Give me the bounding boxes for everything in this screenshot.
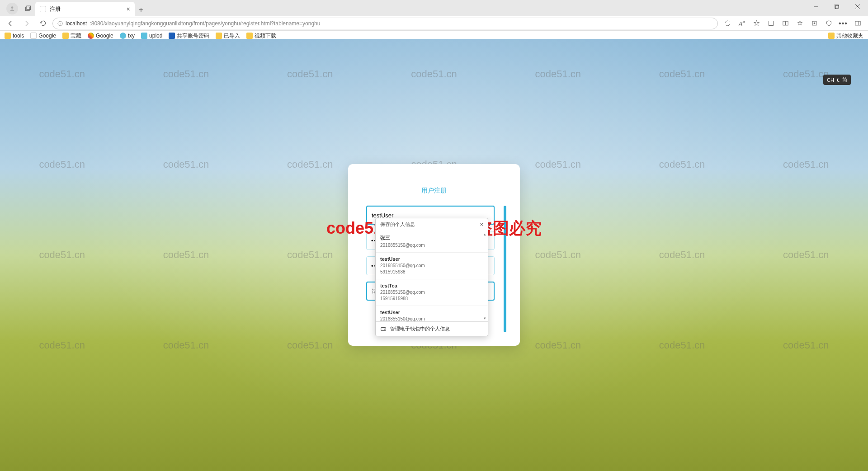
tab-overview-button[interactable] [22, 2, 34, 15]
extensions-button[interactable] [764, 17, 778, 30]
scroll-down-icon[interactable]: ▾ [482, 316, 487, 320]
bookmark-baozang[interactable]: 宝藏 [62, 32, 81, 40]
autofill-list[interactable]: ▴ 张三 2016855150@qq.com testUser 20168551… [376, 231, 488, 321]
folder-icon [216, 33, 222, 39]
minimize-icon [814, 5, 818, 9]
collections-icon [811, 20, 818, 27]
tab-favicon [40, 6, 46, 12]
upload-icon [141, 33, 147, 39]
url-path: :8080/xiaoyuanyiqingfangkongguanlixitong… [90, 20, 320, 27]
autofill-manage-button[interactable]: 管理电子钱包中的个人信息 [376, 321, 488, 336]
star-icon [753, 20, 760, 27]
person-icon [9, 5, 15, 12]
folder-icon [246, 33, 253, 39]
more-icon: ••• [839, 19, 848, 28]
bookmark-video[interactable]: 视频下载 [246, 32, 276, 40]
folder-icon [828, 33, 835, 39]
minimize-button[interactable] [806, 0, 826, 14]
puzzle-icon [768, 20, 774, 27]
refresh-button[interactable] [36, 17, 50, 30]
tabs-icon [25, 5, 31, 12]
read-aloud-button[interactable]: A» [735, 17, 749, 30]
autofill-close-button[interactable]: × [480, 221, 483, 228]
svg-rect-12 [835, 5, 839, 9]
favorites-list-button[interactable] [793, 17, 807, 30]
sync-icon [724, 20, 731, 27]
window-controls [806, 0, 868, 14]
profile-button[interactable] [6, 3, 18, 14]
split-icon [782, 20, 789, 27]
autofill-item[interactable]: testUser 2016855150@qq.com 5915915988 [376, 253, 488, 279]
maximize-icon [835, 5, 839, 9]
more-button[interactable]: ••• [836, 17, 850, 30]
svg-rect-11 [835, 5, 838, 8]
folder-icon [5, 33, 11, 39]
register-title: 用户注册 [348, 187, 520, 195]
autofill-item[interactable]: testUser 2016855150@qq.com [376, 306, 488, 321]
back-button[interactable] [4, 17, 17, 30]
ime-indicator[interactable]: CH 简 [823, 75, 851, 85]
sidebar-button[interactable] [851, 17, 864, 30]
svg-rect-4 [769, 21, 773, 26]
svg-rect-1 [26, 7, 29, 11]
forward-button[interactable] [20, 17, 33, 30]
refresh-icon [40, 20, 47, 27]
svg-point-16 [384, 329, 385, 330]
share-icon [169, 33, 175, 39]
svg-point-0 [11, 6, 14, 9]
browser-chrome: 注册 × + localhost:8080/xiaoyuanyiqingfang… [0, 0, 868, 39]
star-plus-icon [797, 20, 803, 27]
split-button[interactable] [778, 17, 792, 30]
nav-toolbar: localhost:8080/xiaoyuanyiqingfangkonggua… [0, 16, 868, 31]
wallet-icon [380, 326, 387, 332]
accent-bar [504, 206, 506, 332]
bookmark-google2[interactable]: Google [88, 33, 113, 39]
browser-tab-active[interactable]: 注册 × [35, 2, 135, 16]
sidebar-icon [854, 20, 861, 27]
shield-button[interactable] [822, 17, 835, 30]
folder-icon [62, 33, 69, 39]
tab-title: 注册 [50, 5, 61, 13]
bookmark-share[interactable]: 共享账号密码 [169, 32, 209, 40]
info-icon [57, 21, 63, 26]
close-icon[interactable]: × [127, 5, 130, 13]
svg-rect-8 [855, 21, 860, 25]
arrow-left-icon [7, 20, 14, 27]
autofill-popup: 保存的个人信息 × ▴ 张三 2016855150@qq.com testUse… [375, 218, 488, 336]
bookmark-uplod[interactable]: uplod [141, 33, 162, 39]
autofill-item[interactable]: 张三 2016855150@qq.com [376, 231, 488, 253]
shield-icon [826, 20, 832, 27]
favorite-button[interactable] [750, 17, 763, 30]
autofill-item[interactable]: testTea 2016855150@qq.com 15915915988 [376, 279, 488, 306]
address-bar[interactable]: localhost:8080/xiaoyuanyiqingfangkonggua… [52, 18, 718, 29]
new-tab-button[interactable]: + [135, 4, 147, 16]
close-icon [855, 5, 860, 9]
maximize-button[interactable] [826, 0, 847, 14]
toolbar-right: A» ••• [721, 17, 864, 30]
close-window-button[interactable] [847, 0, 868, 14]
bookmark-txy[interactable]: txy [120, 33, 135, 39]
bookmark-google[interactable]: Google [30, 33, 56, 39]
tab-strip: 注册 × + [0, 0, 868, 16]
arrow-right-icon [23, 20, 30, 27]
google-icon [88, 33, 94, 39]
autofill-title: 保存的个人信息 [380, 221, 415, 228]
url-origin: localhost [66, 20, 87, 27]
collections-button[interactable] [807, 17, 821, 30]
svg-rect-2 [27, 6, 30, 9]
sync-button[interactable] [721, 17, 734, 30]
scroll-up-icon[interactable]: ▴ [482, 232, 487, 236]
cloud-icon [120, 33, 126, 39]
moon-icon [836, 78, 840, 82]
bookmark-other[interactable]: 其他收藏夹 [828, 32, 863, 40]
read-aloud-icon: A» [739, 19, 745, 27]
bookmark-imported[interactable]: 已导入 [216, 32, 240, 40]
page-icon [30, 33, 37, 39]
bookmark-tools[interactable]: tools [5, 33, 24, 39]
